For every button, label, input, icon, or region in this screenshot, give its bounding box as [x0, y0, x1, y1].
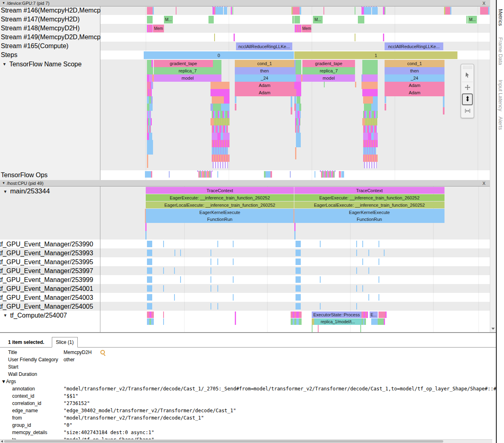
- trace-block[interactable]: [233, 241, 234, 247]
- trace-block[interactable]: [299, 318, 302, 325]
- trace-block[interactable]: [174, 294, 175, 301]
- trace-block[interactable]: [373, 96, 378, 104]
- trace-block[interactable]: [362, 89, 378, 96]
- trace-block[interactable]: [147, 118, 152, 125]
- trace-block[interactable]: [211, 82, 230, 89]
- trace-block[interactable]: [147, 285, 152, 292]
- trace-block[interactable]: [215, 7, 223, 15]
- trace-event[interactable]: model: [154, 74, 221, 82]
- trace-block[interactable]: [163, 318, 164, 325]
- trace-block[interactable]: [296, 285, 301, 292]
- trace-block[interactable]: [217, 303, 218, 309]
- trace-block[interactable]: [365, 118, 377, 125]
- trace-block[interactable]: [299, 104, 301, 111]
- trace-block[interactable]: [320, 303, 321, 309]
- trace-block[interactable]: [211, 303, 211, 309]
- trace-block[interactable]: [211, 276, 211, 283]
- trace-block[interactable]: [296, 303, 301, 309]
- trace-block[interactable]: [450, 7, 451, 15]
- trace-block[interactable]: [362, 285, 363, 292]
- trace-event[interactable]: replica_7: [302, 67, 355, 74]
- trace-block[interactable]: [235, 96, 236, 103]
- trace-block[interactable]: [356, 267, 357, 274]
- gpu-row-label[interactable]: ▼TensorFlow Name Scope: [2, 61, 82, 68]
- trace-event[interactable]: M...: [164, 16, 173, 23]
- trace-block[interactable]: [379, 241, 379, 247]
- trace-block[interactable]: [368, 133, 371, 140]
- trace-block[interactable]: [151, 60, 153, 67]
- trace-block[interactable]: [163, 267, 164, 274]
- trace-block[interactable]: [445, 7, 450, 15]
- trace-block[interactable]: [180, 250, 181, 256]
- trace-block[interactable]: [300, 7, 301, 15]
- trace-block[interactable]: [385, 104, 386, 110]
- trace-block[interactable]: [147, 16, 153, 23]
- trace-event[interactable]: ExecutorState::Process: [312, 312, 362, 318]
- trace-block[interactable]: [364, 162, 377, 168]
- trace-block[interactable]: [235, 312, 236, 325]
- trace-block[interactable]: [358, 16, 364, 23]
- trace-block[interactable]: [296, 89, 301, 96]
- trace-block[interactable]: [367, 312, 368, 318]
- trace-block[interactable]: [211, 250, 211, 256]
- trace-block[interactable]: [163, 241, 164, 247]
- trace-block[interactable]: [356, 250, 357, 256]
- trace-block[interactable]: [378, 318, 384, 325]
- trace-block[interactable]: [315, 171, 315, 178]
- trace-block[interactable]: [294, 82, 301, 89]
- trace-block[interactable]: [270, 171, 272, 178]
- trace-event[interactable]: cond_1: [385, 60, 444, 67]
- trace-event[interactable]: E...: [370, 312, 378, 318]
- trace-block[interactable]: [295, 118, 300, 125]
- scroll-left-arrow-icon[interactable]: [1, 440, 3, 443]
- trace-block[interactable]: [176, 7, 177, 15]
- trace-block[interactable]: [147, 7, 153, 15]
- trace-block[interactable]: [443, 107, 444, 114]
- trace-block[interactable]: [293, 7, 300, 15]
- trace-block[interactable]: [364, 318, 366, 325]
- trace-block[interactable]: [368, 294, 369, 301]
- trace-block[interactable]: [296, 67, 301, 74]
- trace-block[interactable]: [320, 276, 321, 283]
- trace-block[interactable]: [355, 82, 356, 87]
- tab-alerts[interactable]: Alerts: [498, 117, 504, 130]
- trace-event[interactable]: _24: [385, 74, 444, 82]
- trace-block[interactable]: [299, 312, 302, 318]
- cpu-panel-close-button[interactable]: X: [483, 181, 485, 186]
- trace-block[interactable]: [151, 96, 153, 104]
- trace-block[interactable]: [488, 7, 489, 15]
- trace-block[interactable]: [147, 294, 152, 301]
- trace-block[interactable]: [363, 133, 368, 140]
- trace-block[interactable]: [147, 67, 153, 74]
- tab-frame-data[interactable]: Frame Data: [498, 37, 504, 65]
- trace-event[interactable]: M...: [313, 16, 323, 23]
- trace-event[interactable]: then: [235, 67, 294, 74]
- trace-block[interactable]: [233, 276, 234, 283]
- trace-block[interactable]: [223, 133, 230, 140]
- trace-event[interactable]: EagerExecute: __inference_train_function…: [146, 194, 294, 201]
- trace-block[interactable]: [208, 16, 214, 23]
- trace-block[interactable]: [145, 209, 146, 223]
- trace-block[interactable]: [368, 250, 369, 256]
- scroll-down-arrow-icon[interactable]: [491, 328, 495, 330]
- trace-block[interactable]: [147, 82, 150, 89]
- gpu-panel-close-button[interactable]: X: [483, 1, 485, 6]
- trace-block[interactable]: [150, 82, 153, 89]
- trace-block[interactable]: [211, 89, 230, 96]
- trace-block[interactable]: [235, 104, 236, 110]
- trace-block[interactable]: [320, 241, 321, 247]
- collapse-triangle-icon[interactable]: ▼: [2, 62, 6, 66]
- trace-block[interactable]: [296, 74, 301, 82]
- trace-event[interactable]: EagerKernelExecute: [294, 209, 444, 216]
- tab-slice[interactable]: Slice (1): [52, 337, 78, 348]
- trace-block[interactable]: [355, 34, 355, 41]
- trace-event[interactable]: model: [302, 74, 355, 82]
- trace-block[interactable]: [169, 171, 170, 178]
- trace-block[interactable]: [356, 285, 357, 292]
- trace-event[interactable]: EagerKernelExecute: [146, 209, 294, 216]
- trace-block[interactable]: [296, 250, 301, 256]
- trace-block[interactable]: [379, 276, 379, 283]
- trace-block[interactable]: [294, 96, 296, 104]
- trace-block[interactable]: [362, 259, 363, 265]
- trace-block[interactable]: [151, 312, 154, 318]
